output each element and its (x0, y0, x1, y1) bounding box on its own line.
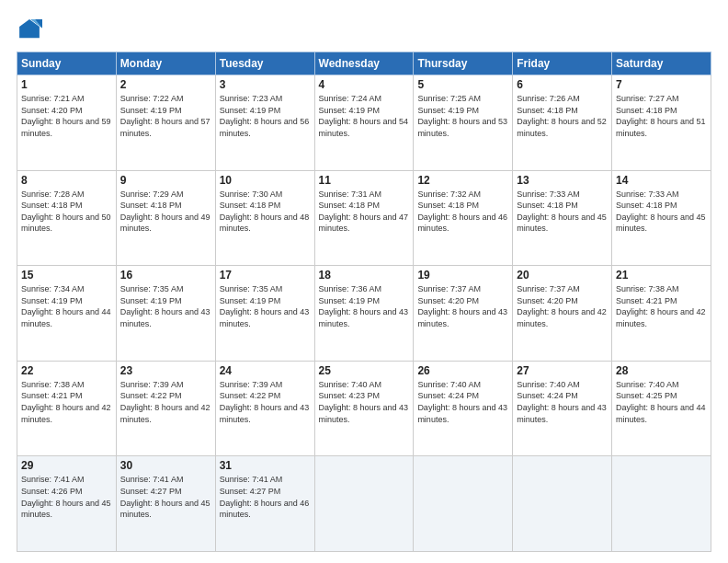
calendar-cell: 25 Sunrise: 7:40 AMSunset: 4:23 PMDaylig… (314, 361, 414, 456)
week-row-5: 29 Sunrise: 7:41 AMSunset: 4:26 PMDaylig… (17, 456, 711, 552)
cell-info: Sunrise: 7:37 AMSunset: 4:20 PMDaylight:… (517, 284, 607, 328)
cell-info: Sunrise: 7:35 AMSunset: 4:19 PMDaylight:… (120, 284, 210, 328)
day-number: 21 (616, 269, 707, 282)
day-number: 3 (220, 78, 311, 91)
day-number: 19 (417, 269, 508, 282)
calendar-body: 1 Sunrise: 7:21 AMSunset: 4:20 PMDayligh… (17, 75, 711, 552)
logo-icon (17, 17, 42, 42)
cell-info: Sunrise: 7:32 AMSunset: 4:18 PMDaylight:… (417, 190, 507, 234)
cell-info: Sunrise: 7:40 AMSunset: 4:25 PMDaylight:… (616, 380, 706, 424)
calendar-cell: 4 Sunrise: 7:24 AMSunset: 4:19 PMDayligh… (314, 75, 414, 171)
calendar-cell: 29 Sunrise: 7:41 AMSunset: 4:26 PMDaylig… (17, 456, 117, 552)
calendar-cell: 6 Sunrise: 7:26 AMSunset: 4:18 PMDayligh… (513, 75, 612, 171)
calendar-cell: 22 Sunrise: 7:38 AMSunset: 4:21 PMDaylig… (17, 361, 117, 456)
cell-info: Sunrise: 7:40 AMSunset: 4:24 PMDaylight:… (417, 380, 507, 424)
day-number: 17 (220, 269, 311, 282)
day-number: 8 (21, 174, 112, 187)
day-number: 15 (21, 269, 112, 282)
weekday-header-saturday: Saturday (612, 52, 711, 75)
weekday-header-friday: Friday (513, 52, 612, 75)
cell-info: Sunrise: 7:33 AMSunset: 4:18 PMDaylight:… (517, 190, 607, 234)
page: SundayMondayTuesdayWednesdayThursdayFrid… (0, 0, 728, 563)
day-number: 4 (319, 78, 410, 91)
calendar-cell: 10 Sunrise: 7:30 AMSunset: 4:18 PMDaylig… (215, 170, 314, 266)
cell-info: Sunrise: 7:33 AMSunset: 4:18 PMDaylight:… (616, 190, 706, 234)
calendar-cell: 17 Sunrise: 7:35 AMSunset: 4:19 PMDaylig… (215, 266, 314, 362)
cell-info: Sunrise: 7:39 AMSunset: 4:22 PMDaylight:… (120, 380, 210, 424)
cell-info: Sunrise: 7:39 AMSunset: 4:22 PMDaylight:… (220, 380, 310, 424)
day-number: 9 (120, 174, 211, 187)
day-number: 14 (616, 174, 707, 187)
cell-info: Sunrise: 7:41 AMSunset: 4:27 PMDaylight:… (220, 475, 310, 519)
weekday-header-thursday: Thursday (414, 52, 513, 75)
cell-info: Sunrise: 7:26 AMSunset: 4:18 PMDaylight:… (517, 94, 607, 138)
day-number: 28 (616, 364, 707, 377)
cell-info: Sunrise: 7:40 AMSunset: 4:24 PMDaylight:… (517, 380, 607, 424)
calendar-cell: 30 Sunrise: 7:41 AMSunset: 4:27 PMDaylig… (116, 456, 215, 552)
day-number: 25 (319, 364, 410, 377)
calendar-cell: 19 Sunrise: 7:37 AMSunset: 4:20 PMDaylig… (414, 266, 513, 362)
cell-info: Sunrise: 7:24 AMSunset: 4:19 PMDaylight:… (319, 94, 409, 138)
day-number: 12 (417, 174, 508, 187)
calendar-cell: 13 Sunrise: 7:33 AMSunset: 4:18 PMDaylig… (513, 170, 612, 266)
calendar-cell: 31 Sunrise: 7:41 AMSunset: 4:27 PMDaylig… (215, 456, 314, 552)
weekday-header-monday: Monday (116, 52, 215, 75)
day-number: 31 (220, 459, 311, 472)
cell-info: Sunrise: 7:34 AMSunset: 4:19 PMDaylight:… (21, 284, 111, 328)
calendar-cell: 26 Sunrise: 7:40 AMSunset: 4:24 PMDaylig… (414, 361, 513, 456)
calendar-cell (513, 456, 612, 552)
calendar-cell: 21 Sunrise: 7:38 AMSunset: 4:21 PMDaylig… (612, 266, 711, 362)
calendar-cell: 18 Sunrise: 7:36 AMSunset: 4:19 PMDaylig… (314, 266, 414, 362)
calendar-cell: 15 Sunrise: 7:34 AMSunset: 4:19 PMDaylig… (17, 266, 117, 362)
calendar-cell: 20 Sunrise: 7:37 AMSunset: 4:20 PMDaylig… (513, 266, 612, 362)
weekday-header-wednesday: Wednesday (314, 52, 414, 75)
calendar-cell: 24 Sunrise: 7:39 AMSunset: 4:22 PMDaylig… (215, 361, 314, 456)
weekday-row: SundayMondayTuesdayWednesdayThursdayFrid… (17, 52, 711, 75)
calendar-header: SundayMondayTuesdayWednesdayThursdayFrid… (17, 52, 711, 75)
day-number: 27 (517, 364, 608, 377)
calendar-cell: 14 Sunrise: 7:33 AMSunset: 4:18 PMDaylig… (612, 170, 711, 266)
cell-info: Sunrise: 7:40 AMSunset: 4:23 PMDaylight:… (319, 380, 409, 424)
day-number: 7 (616, 78, 707, 91)
calendar-cell (414, 456, 513, 552)
cell-info: Sunrise: 7:35 AMSunset: 4:19 PMDaylight:… (220, 284, 310, 328)
day-number: 24 (220, 364, 311, 377)
day-number: 18 (319, 269, 410, 282)
cell-info: Sunrise: 7:30 AMSunset: 4:18 PMDaylight:… (220, 190, 310, 234)
calendar-table: SundayMondayTuesdayWednesdayThursdayFrid… (17, 52, 711, 552)
day-number: 5 (417, 78, 508, 91)
header (17, 17, 711, 42)
calendar-cell: 5 Sunrise: 7:25 AMSunset: 4:19 PMDayligh… (414, 75, 513, 171)
weekday-header-tuesday: Tuesday (215, 52, 314, 75)
day-number: 16 (120, 269, 211, 282)
calendar-cell: 11 Sunrise: 7:31 AMSunset: 4:18 PMDaylig… (314, 170, 414, 266)
cell-info: Sunrise: 7:41 AMSunset: 4:26 PMDaylight:… (21, 475, 111, 519)
day-number: 6 (517, 78, 608, 91)
calendar-cell (612, 456, 711, 552)
calendar-cell: 12 Sunrise: 7:32 AMSunset: 4:18 PMDaylig… (414, 170, 513, 266)
day-number: 30 (120, 459, 211, 472)
calendar-cell: 9 Sunrise: 7:29 AMSunset: 4:18 PMDayligh… (116, 170, 215, 266)
cell-info: Sunrise: 7:21 AMSunset: 4:20 PMDaylight:… (21, 94, 111, 138)
week-row-1: 1 Sunrise: 7:21 AMSunset: 4:20 PMDayligh… (17, 75, 711, 171)
cell-info: Sunrise: 7:36 AMSunset: 4:19 PMDaylight:… (319, 284, 409, 328)
day-number: 22 (21, 364, 112, 377)
week-row-2: 8 Sunrise: 7:28 AMSunset: 4:18 PMDayligh… (17, 170, 711, 266)
day-number: 1 (21, 78, 112, 91)
cell-info: Sunrise: 7:23 AMSunset: 4:19 PMDaylight:… (220, 94, 310, 138)
cell-info: Sunrise: 7:38 AMSunset: 4:21 PMDaylight:… (616, 284, 706, 328)
calendar-cell: 8 Sunrise: 7:28 AMSunset: 4:18 PMDayligh… (17, 170, 117, 266)
day-number: 26 (417, 364, 508, 377)
calendar-cell: 3 Sunrise: 7:23 AMSunset: 4:19 PMDayligh… (215, 75, 314, 171)
cell-info: Sunrise: 7:28 AMSunset: 4:18 PMDaylight:… (21, 190, 111, 234)
week-row-3: 15 Sunrise: 7:34 AMSunset: 4:19 PMDaylig… (17, 266, 711, 362)
calendar-cell: 27 Sunrise: 7:40 AMSunset: 4:24 PMDaylig… (513, 361, 612, 456)
day-number: 2 (120, 78, 211, 91)
calendar-cell (314, 456, 414, 552)
cell-info: Sunrise: 7:31 AMSunset: 4:18 PMDaylight:… (319, 190, 409, 234)
calendar-cell: 28 Sunrise: 7:40 AMSunset: 4:25 PMDaylig… (612, 361, 711, 456)
cell-info: Sunrise: 7:27 AMSunset: 4:18 PMDaylight:… (616, 94, 706, 138)
cell-info: Sunrise: 7:37 AMSunset: 4:20 PMDaylight:… (417, 284, 507, 328)
calendar-cell: 16 Sunrise: 7:35 AMSunset: 4:19 PMDaylig… (116, 266, 215, 362)
cell-info: Sunrise: 7:41 AMSunset: 4:27 PMDaylight:… (120, 475, 210, 519)
